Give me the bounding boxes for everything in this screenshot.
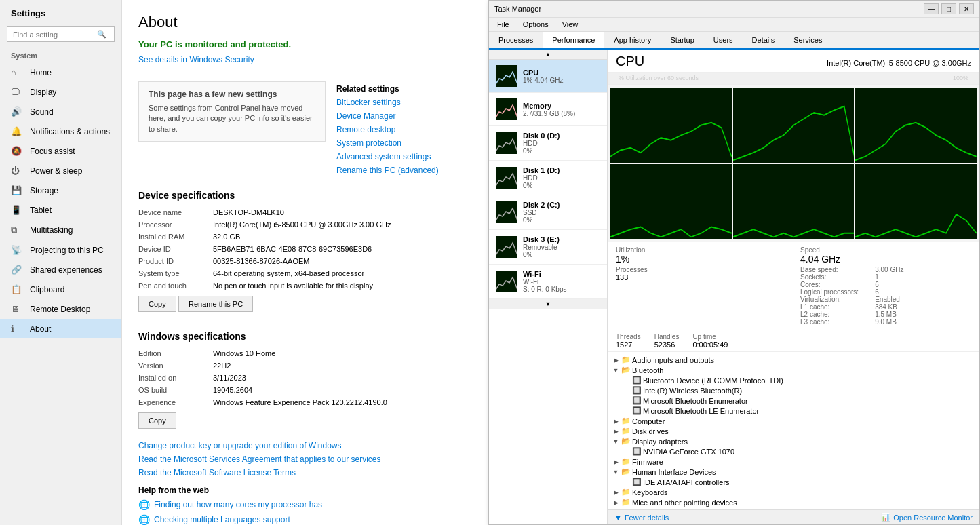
scroll-down[interactable]: ▼	[489, 299, 607, 309]
sidebar-item-storage[interactable]: 💾Storage	[0, 180, 121, 200]
sidebar-item-remote[interactable]: 🖥Remote Desktop	[0, 299, 121, 319]
sidebar-label-tablet: Tablet	[30, 206, 52, 215]
resource-item-memory[interactable]: Memory 2.7/31.9 GB (8%)	[489, 93, 607, 126]
folder-open-icon: 📂	[621, 366, 631, 374]
win-link-2[interactable]: Read the Microsoft Software License Term…	[138, 468, 472, 478]
tablet-icon: 📱	[11, 205, 24, 215]
resource-item-disk2[interactable]: Disk 2 (C:) SSD 0%	[489, 195, 607, 230]
spec-label: Product ID	[138, 255, 213, 267]
tree-item[interactable]: 🔲 Bluetooth Device (RFCOMM Protocol TDI)	[608, 375, 979, 385]
tree-item[interactable]: 🔲 IDE ATA/ATAPI controllers	[608, 477, 979, 487]
resource-item-disk1[interactable]: Disk 1 (D:) HDD 0%	[489, 161, 607, 195]
tree-expander[interactable]: ▼	[610, 438, 621, 445]
sidebar-item-display[interactable]: 🖵Display	[0, 82, 121, 102]
processes-value: 133	[616, 273, 787, 281]
menu-options[interactable]: Options	[520, 19, 551, 30]
tab-details[interactable]: Details	[743, 32, 785, 50]
minimize-button[interactable]: —	[924, 3, 939, 14]
win-link-1[interactable]: Read the Microsoft Services Agreement th…	[138, 454, 472, 464]
sidebar-item-projecting[interactable]: 📡Projecting to this PC	[0, 240, 121, 260]
tab-users[interactable]: Users	[704, 32, 743, 50]
help-link-0[interactable]: 🌐Finding out how many cores my processor…	[138, 499, 472, 510]
rename-button[interactable]: Rename this PC	[178, 296, 253, 312]
help-header: Help from the web	[138, 486, 472, 495]
virtualization-label: Virtualization:	[800, 296, 859, 303]
tab-processes[interactable]: Processes	[489, 32, 543, 50]
tree-expander[interactable]: ▶	[610, 459, 621, 465]
related-link-1[interactable]: Device Manager	[336, 111, 472, 121]
open-resource-monitor-button[interactable]: 📊 Open Resource Monitor	[881, 513, 973, 522]
tree-expander[interactable]: ▼	[610, 469, 621, 475]
cpu-graphs-area	[608, 85, 979, 242]
util-label2: Utilization	[616, 246, 787, 254]
device-spec-row: Installed RAM32.0 GB	[138, 231, 472, 243]
sidebar-item-shared[interactable]: 🔗Shared experiences	[0, 260, 121, 279]
tab-services[interactable]: Services	[784, 32, 831, 50]
tree-expander[interactable]: ▶	[610, 489, 621, 496]
tree-expander[interactable]: ▼	[610, 367, 621, 374]
scroll-up[interactable]: ▲	[489, 50, 607, 60]
tree-item[interactable]: ▶ 📁 Disk drives	[608, 426, 979, 436]
sidebar-item-multitasking[interactable]: ⧉Multitasking	[0, 220, 121, 240]
copy-button-1[interactable]: Copy	[138, 296, 176, 312]
copy-button-2[interactable]: Copy	[138, 412, 176, 429]
tab-performance[interactable]: Performance	[543, 32, 604, 50]
resource-item-disk0[interactable]: Disk 0 (D:) HDD 0%	[489, 126, 607, 161]
sidebar-item-power[interactable]: ⏻Power & sleep	[0, 161, 121, 180]
tree-item[interactable]: 🔲 Microsoft Bluetooth LE Enumerator	[608, 406, 979, 416]
device-spec-row: Product ID00325-81366-87026-AAOEM	[138, 255, 472, 267]
fewer-details-button[interactable]: ▼ Fewer details	[614, 513, 669, 522]
sidebar-label-remote: Remote Desktop	[30, 305, 90, 314]
tree-item[interactable]: ▶ 📁 Computer	[608, 416, 979, 426]
tree-item[interactable]: ▶ 📁 Keyboards	[608, 487, 979, 497]
sidebar-item-clipboard[interactable]: 📋Clipboard	[0, 279, 121, 299]
tree-expander[interactable]: ▶	[610, 428, 621, 435]
sidebar-item-sound[interactable]: 🔊Sound	[0, 102, 121, 121]
tree-item[interactable]: 🔲 Microsoft Bluetooth Enumerator	[608, 395, 979, 406]
search-input[interactable]	[13, 31, 94, 39]
tree-item[interactable]: 🔲 Intel(R) Wireless Bluetooth(R)	[608, 385, 979, 395]
search-box[interactable]: 🔍	[7, 26, 115, 42]
tree-item[interactable]: ▼ 📂 Display adapters	[608, 436, 979, 446]
system-header: System	[0, 45, 121, 62]
help-link-1[interactable]: 🌐Checking multiple Languages support	[138, 514, 472, 525]
tree-item[interactable]: 🔲 NVIDIA GeForce GTX 1070	[608, 446, 979, 456]
tree-item[interactable]: ▶ 📁 Mice and other pointing devices	[608, 497, 979, 507]
tm-menubar: File Options View	[489, 18, 979, 32]
tree-item[interactable]: ▶ 📁 Audio inputs and outputs	[608, 355, 979, 365]
tab-apphistory[interactable]: App history	[604, 32, 661, 50]
sidebar-item-focus[interactable]: 🔕Focus assist	[0, 141, 121, 161]
sidebar-item-about[interactable]: ℹAbout	[0, 319, 121, 338]
related-link-0[interactable]: BitLocker settings	[336, 98, 472, 107]
spec-label: System type	[138, 267, 213, 279]
resource-item-wifi[interactable]: Wi-Fi Wi-Fi S: 0 R: 0 Kbps	[489, 265, 607, 299]
win-spec-value: Windows 10 Home	[213, 347, 472, 359]
related-link-2[interactable]: Remote desktop	[336, 125, 472, 134]
sidebar-item-home[interactable]: ⌂Home	[0, 62, 121, 82]
menu-file[interactable]: File	[494, 19, 512, 30]
tree-expander[interactable]: ▶	[610, 418, 621, 425]
resource-item-disk3[interactable]: Disk 3 (E:) Removable 0%	[489, 230, 607, 265]
maximize-button[interactable]: □	[941, 3, 956, 14]
close-button[interactable]: ✕	[959, 3, 974, 14]
tree-item[interactable]: ▶ 📁 Firmware	[608, 456, 979, 467]
sidebar-item-tablet[interactable]: 📱Tablet	[0, 200, 121, 220]
tab-startup[interactable]: Startup	[661, 32, 703, 50]
tree-item[interactable]: ▼ 📂 Bluetooth	[608, 365, 979, 375]
processes-label: Processes	[616, 266, 787, 273]
win-link-0[interactable]: Change product key or upgrade your editi…	[138, 441, 472, 450]
tree-expander[interactable]: ▶	[610, 499, 621, 506]
remote-icon: 🖥	[11, 304, 24, 314]
menu-view[interactable]: View	[560, 19, 581, 30]
security-link[interactable]: See details in Windows Security	[138, 55, 472, 64]
related-link-5[interactable]: Rename this PC (advanced)	[336, 166, 472, 175]
cpu-stats: Utilization 1% Speed 4.04 GHz Processes …	[608, 242, 979, 330]
resource-item-cpu[interactable]: CPU 1% 4.04 GHz	[489, 60, 607, 93]
tree-expander[interactable]: ▶	[610, 357, 621, 364]
tree-item[interactable]: ▼ 📂 Human Interface Devices	[608, 467, 979, 477]
spec-value: 64-bit operating system, x64-based proce…	[213, 267, 472, 279]
sidebar-item-notifications[interactable]: 🔔Notifications & actions	[0, 121, 121, 141]
tree-label: Microsoft Bluetooth LE Enumerator	[643, 407, 759, 415]
related-link-3[interactable]: System protection	[336, 138, 472, 148]
related-link-4[interactable]: Advanced system settings	[336, 152, 472, 161]
